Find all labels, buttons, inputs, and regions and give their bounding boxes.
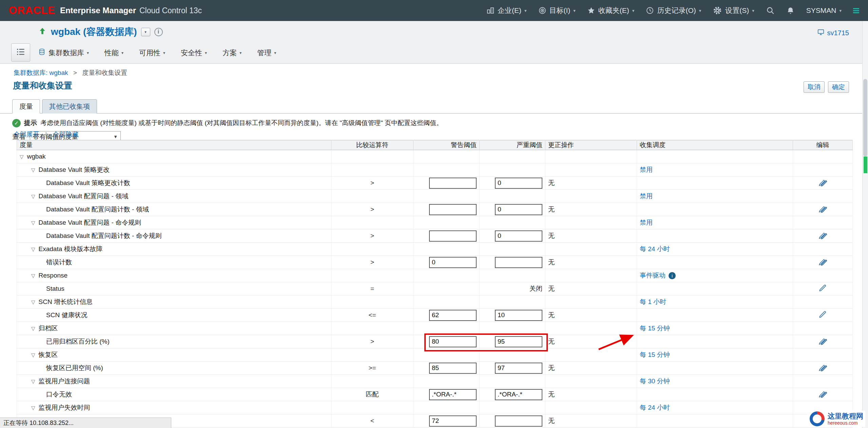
menu-targets[interactable]: 目标(I)▾ bbox=[538, 6, 576, 15]
menu-schema[interactable]: 方案▾ bbox=[223, 48, 242, 58]
edit-cell bbox=[793, 335, 853, 348]
collapse-all-link[interactable]: 全部隐藏 bbox=[53, 131, 79, 138]
critical-threshold-input[interactable] bbox=[495, 257, 542, 268]
collection-schedule-link[interactable]: 每 24 小时 bbox=[640, 245, 670, 252]
critical-threshold-cell bbox=[480, 190, 545, 203]
collapse-triangle-icon[interactable]: ▽ bbox=[31, 352, 35, 358]
table-row: ▽Database Vault 策略更改禁用 bbox=[17, 163, 853, 177]
warning-threshold-input[interactable] bbox=[429, 336, 477, 347]
edit-pencil-icon[interactable] bbox=[818, 309, 828, 321]
menu-cluster-database[interactable]: 集群数据库▾ bbox=[38, 48, 89, 58]
warning-threshold-input[interactable] bbox=[429, 204, 477, 215]
edit-multiple-pencils-icon[interactable] bbox=[818, 230, 828, 242]
menu-history[interactable]: 历史记录(O)▾ bbox=[646, 6, 701, 15]
menu-availability[interactable]: 可用性▾ bbox=[139, 48, 165, 58]
warning-threshold-input[interactable] bbox=[429, 415, 477, 427]
app-switcher-icon[interactable] bbox=[853, 8, 859, 13]
collapse-triangle-icon[interactable]: ▽ bbox=[31, 299, 35, 305]
breadcrumb-separator: > bbox=[70, 69, 80, 76]
edit-multiple-pencils-icon[interactable] bbox=[818, 389, 828, 400]
host-link[interactable]: sv1715 bbox=[817, 28, 849, 38]
collection-schedule-link[interactable]: 事件驱动 bbox=[640, 272, 666, 279]
collapse-triangle-icon[interactable]: ▽ bbox=[31, 167, 35, 173]
warning-threshold-cell bbox=[413, 322, 480, 335]
collection-schedule-link[interactable]: 每 30 分钟 bbox=[640, 378, 670, 385]
edit-multiple-pencils-icon[interactable] bbox=[818, 204, 828, 215]
search-icon[interactable] bbox=[766, 6, 775, 15]
corrective-action-cell bbox=[545, 190, 637, 203]
edit-multiple-pencils-icon[interactable] bbox=[818, 362, 828, 374]
collapse-triangle-icon[interactable]: ▽ bbox=[31, 220, 35, 226]
collapse-triangle-icon[interactable]: ▽ bbox=[31, 273, 35, 279]
collapse-triangle-icon[interactable]: ▽ bbox=[31, 193, 35, 199]
critical-threshold-input[interactable] bbox=[495, 230, 542, 242]
ok-button[interactable]: 确定 bbox=[828, 81, 849, 93]
chevron-down-icon: ▾ bbox=[573, 8, 576, 13]
menu-cluster-database-label: 集群数据库 bbox=[49, 48, 84, 58]
collapse-triangle-icon[interactable]: ▽ bbox=[31, 326, 35, 331]
collection-schedule-link[interactable]: 每 1 小时 bbox=[640, 298, 666, 305]
metric-name-cell: 已用归档区百分比 (%) bbox=[17, 335, 331, 348]
warning-threshold-input[interactable] bbox=[429, 363, 477, 374]
menu-enterprise-label: 企业(E) bbox=[498, 6, 521, 15]
menu-performance[interactable]: 性能▾ bbox=[104, 48, 123, 58]
menu-settings[interactable]: 设置(S)▾ bbox=[713, 6, 754, 15]
corrective-action-cell bbox=[545, 348, 637, 362]
warning-threshold-input[interactable] bbox=[429, 310, 477, 321]
collection-schedule-cell: 事件驱动i bbox=[637, 269, 793, 282]
target-info-icon[interactable]: i bbox=[154, 28, 163, 36]
edit-multiple-pencils-icon[interactable] bbox=[818, 336, 828, 347]
critical-threshold-input[interactable] bbox=[495, 178, 542, 189]
critical-threshold-input[interactable] bbox=[495, 204, 542, 215]
edit-multiple-pencils-icon[interactable] bbox=[818, 177, 828, 189]
collection-schedule-link[interactable]: 禁用 bbox=[640, 166, 653, 173]
critical-threshold-input[interactable] bbox=[495, 310, 542, 321]
critical-threshold-input[interactable] bbox=[495, 415, 542, 427]
notifications-bell-icon[interactable] bbox=[786, 6, 795, 15]
collection-schedule-cell bbox=[637, 282, 793, 295]
critical-threshold-input[interactable] bbox=[495, 363, 542, 374]
table-row: Status=关闭无 bbox=[17, 282, 853, 295]
collection-schedule-link[interactable]: 每 15 分钟 bbox=[640, 351, 670, 358]
cancel-button[interactable]: 取消 bbox=[804, 81, 825, 93]
collection-schedule-link[interactable]: 每 24 小时 bbox=[640, 404, 670, 411]
critical-threshold-cell bbox=[480, 163, 545, 177]
user-menu[interactable]: SYSMAN▾ bbox=[806, 6, 842, 15]
menu-enterprise[interactable]: 企业(E)▾ bbox=[486, 6, 527, 15]
edit-multiple-pencils-icon[interactable] bbox=[818, 257, 828, 268]
warning-threshold-input[interactable] bbox=[429, 230, 477, 242]
menu-favorites[interactable]: 收藏夹(E)▾ bbox=[587, 6, 635, 15]
corrective-action-cell bbox=[545, 322, 637, 335]
target-menu-dropdown[interactable]: ▾ bbox=[141, 28, 150, 36]
corrective-action-cell bbox=[545, 269, 637, 282]
tab-other-collected-items[interactable]: 其他已收集项 bbox=[42, 99, 97, 114]
collapse-triangle-icon[interactable]: ▽ bbox=[31, 379, 35, 384]
schedule-info-icon[interactable]: i bbox=[669, 272, 676, 279]
menu-administration[interactable]: 管理▾ bbox=[257, 48, 276, 58]
critical-threshold-cell bbox=[480, 229, 545, 243]
menu-security[interactable]: 安全性▾ bbox=[181, 48, 207, 58]
metric-label: wgbak bbox=[27, 153, 46, 160]
critical-threshold-input[interactable] bbox=[495, 336, 542, 347]
metric-name-cell: 口令无效 bbox=[17, 388, 331, 401]
expand-all-link[interactable]: 全部展开 bbox=[14, 131, 39, 138]
critical-threshold-input[interactable] bbox=[495, 389, 542, 400]
breadcrumb-parent-link[interactable]: 集群数据库: wgbak bbox=[14, 69, 68, 76]
warning-threshold-input[interactable] bbox=[429, 257, 477, 268]
warning-threshold-input[interactable] bbox=[429, 178, 477, 189]
collapse-triangle-icon[interactable]: ▽ bbox=[31, 405, 35, 411]
edit-cell bbox=[793, 216, 853, 229]
warning-threshold-input[interactable] bbox=[429, 389, 477, 400]
tab-metrics[interactable]: 度量 bbox=[12, 99, 40, 114]
collapse-triangle-icon[interactable]: ▽ bbox=[31, 246, 35, 252]
collection-schedule-link[interactable]: 每 15 分钟 bbox=[640, 325, 670, 332]
collection-schedule-link[interactable]: 禁用 bbox=[640, 192, 653, 200]
favorites-star-icon bbox=[587, 6, 595, 15]
edit-pencil-icon[interactable] bbox=[818, 283, 828, 294]
collection-schedule-cell bbox=[637, 256, 793, 269]
critical-threshold-cell bbox=[480, 177, 545, 190]
collapse-triangle-icon[interactable]: ▽ bbox=[20, 154, 24, 160]
scrollbar-thumb[interactable] bbox=[863, 79, 867, 157]
collection-schedule-link[interactable]: 禁用 bbox=[640, 219, 653, 226]
critical-threshold-cell bbox=[480, 362, 545, 375]
